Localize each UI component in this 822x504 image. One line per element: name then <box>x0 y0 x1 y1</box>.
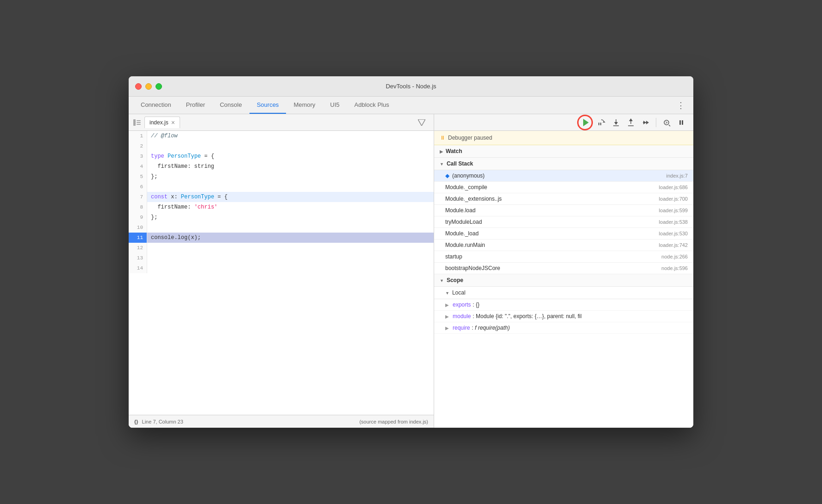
editor-toolbar: index.js × <box>129 114 434 131</box>
call-stack-location-5: loader.js:530 <box>659 231 688 236</box>
code-line-12: 12 <box>129 243 434 253</box>
code-content-13 <box>147 253 158 263</box>
code-line-4: 4 firstName: string <box>129 161 434 172</box>
call-stack-item-4[interactable]: tryModuleLoad loader.js:538 <box>434 216 693 228</box>
watch-chevron-icon <box>440 148 443 154</box>
deactivate-breakpoints-button[interactable] <box>675 116 688 129</box>
call-stack-name-4: tryModuleLoad <box>445 219 659 225</box>
right-panel: ⏸ Debugger paused Watch Call Stack ◆ (an… <box>434 114 693 428</box>
svg-rect-19 <box>679 120 681 125</box>
debug-toolbar <box>434 114 693 131</box>
show-navigator-icon[interactable] <box>132 118 142 127</box>
step-over-button[interactable] <box>595 116 608 129</box>
svg-marker-4 <box>418 119 425 126</box>
toolbar-separator <box>656 118 656 127</box>
tab-connection[interactable]: Connection <box>133 97 179 114</box>
call-stack-location-1: loader.js:686 <box>659 184 688 190</box>
more-tabs-button[interactable]: ⋮ <box>673 97 689 114</box>
line-num-1: 1 <box>129 131 147 141</box>
tab-profiler[interactable]: Profiler <box>179 97 212 114</box>
call-stack-name-1: Module._compile <box>445 184 659 191</box>
code-line-9: 9 }; <box>129 212 434 222</box>
minimize-button[interactable] <box>145 83 152 90</box>
debugger-paused-banner: ⏸ Debugger paused <box>434 131 693 145</box>
debugger-paused-text: Debugger paused <box>448 135 492 141</box>
line-num-10: 10 <box>129 222 147 233</box>
line-num-2: 2 <box>129 141 147 151</box>
call-stack-item-7[interactable]: startup node.js:266 <box>434 251 693 263</box>
code-line-2: 2 <box>129 141 434 151</box>
call-stack-location-6: loader.js:742 <box>659 242 688 248</box>
maximize-button[interactable] <box>156 83 162 90</box>
call-stack-section-header[interactable]: Call Stack <box>434 158 693 170</box>
scope-item-exports[interactable]: ▶ exports : {} <box>434 299 693 311</box>
call-stack-item-3[interactable]: Module.load loader.js:599 <box>434 205 693 216</box>
scope-section-header[interactable]: Scope <box>434 274 693 287</box>
exports-toggle-icon: ▶ <box>445 302 449 307</box>
local-scope-header[interactable]: Local <box>434 287 693 299</box>
scope-label: Scope <box>447 277 463 283</box>
code-line-11: 11 console.log(x); <box>129 233 434 243</box>
editor-panel: index.js × 1 // @flow <box>129 114 434 428</box>
statusbar: {} Line 7, Column 23 (source mapped from… <box>129 415 434 428</box>
call-stack-location-8: node.js:596 <box>661 265 688 271</box>
call-stack-item-0[interactable]: ◆ (anonymous) index.js:7 <box>434 170 693 182</box>
call-stack-name-3: Module.load <box>445 207 659 214</box>
svg-marker-5 <box>603 121 605 123</box>
tab-console[interactable]: Console <box>212 97 249 114</box>
scope-item-module[interactable]: ▶ module : Module {id: ".", exports: {…}… <box>434 311 693 322</box>
step-button[interactable] <box>639 116 652 129</box>
tab-ui5[interactable]: UI5 <box>323 97 347 114</box>
main-area: index.js × 1 // @flow <box>129 114 693 428</box>
source-map-info: (source mapped from index.js) <box>359 419 428 424</box>
code-line-7: 7 const x: PersonType = { <box>129 192 434 202</box>
svg-rect-1 <box>137 120 141 121</box>
call-stack-item-2[interactable]: Module._extensions..js loader.js:700 <box>434 193 693 205</box>
scope-key-module: module <box>453 313 471 320</box>
resume-button[interactable] <box>577 115 593 130</box>
code-editor[interactable]: 1 // @flow 2 3 type PersonType = { 4 fir… <box>129 131 434 415</box>
call-stack-item-1[interactable]: Module._compile loader.js:686 <box>434 182 693 193</box>
module-toggle-icon: ▶ <box>445 314 449 319</box>
call-stack-name-8: bootstrapNodeJSCore <box>445 265 661 271</box>
step-out-button[interactable] <box>624 116 637 129</box>
traffic-lights <box>135 83 162 90</box>
scope-key-require: require <box>453 325 470 331</box>
svg-marker-16 <box>643 121 646 124</box>
code-line-14: 14 <box>129 263 434 273</box>
right-scroll-area[interactable]: ⏸ Debugger paused Watch Call Stack ◆ (an… <box>434 131 693 428</box>
code-content-14 <box>147 263 158 273</box>
scope-item-require[interactable]: ▶ require : f require(path) <box>434 322 693 334</box>
call-stack-item-8[interactable]: bootstrapNodeJSCore node.js:596 <box>434 263 693 274</box>
tab-memory[interactable]: Memory <box>286 97 323 114</box>
line-num-8: 8 <box>129 202 147 212</box>
call-stack-item-5[interactable]: Module._load loader.js:530 <box>434 228 693 240</box>
call-stack-item-6[interactable]: Module.runMain loader.js:742 <box>434 240 693 251</box>
watch-section-header[interactable]: Watch <box>434 145 693 158</box>
svg-rect-2 <box>137 122 141 123</box>
scope-value-require: : f require(path) <box>472 325 510 331</box>
format-icon[interactable]: {} <box>134 419 138 424</box>
file-tab-close-icon[interactable]: × <box>171 119 175 126</box>
code-content-2 <box>147 141 158 151</box>
tab-sources[interactable]: Sources <box>249 97 286 114</box>
edit-breakpoints-button[interactable] <box>660 116 673 129</box>
call-stack-location-2: loader.js:700 <box>659 196 688 202</box>
tab-adblock[interactable]: Adblock Plus <box>347 97 397 114</box>
svg-rect-6 <box>598 123 599 125</box>
line-num-4: 4 <box>129 161 147 172</box>
tab-spacer <box>397 97 673 114</box>
close-button[interactable] <box>135 83 142 90</box>
file-tab-index[interactable]: index.js × <box>144 117 180 128</box>
tabbar: Connection Profiler Console Sources Memo… <box>129 97 693 114</box>
code-content-5: }; <box>147 172 161 182</box>
step-into-button[interactable] <box>610 116 623 129</box>
pause-on-exception-icon[interactable] <box>417 118 426 127</box>
line-num-3: 3 <box>129 151 147 161</box>
line-num-14: 14 <box>129 263 147 273</box>
code-content-12 <box>147 243 158 253</box>
scope-value-exports: : {} <box>473 301 480 308</box>
window-title: DevTools - Node.js <box>386 83 436 90</box>
code-content-7: const x: PersonType = { <box>147 192 231 202</box>
file-tab-name: index.js <box>149 119 168 126</box>
